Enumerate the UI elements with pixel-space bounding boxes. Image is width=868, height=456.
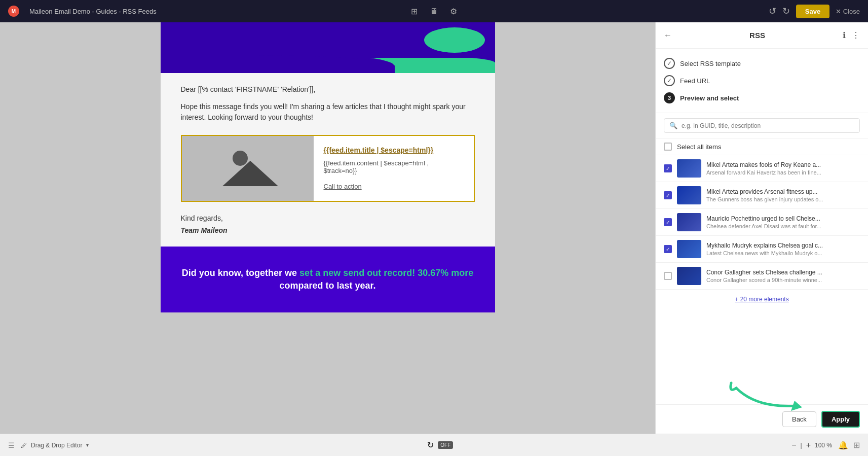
search-input[interactable]	[682, 122, 854, 129]
feed-item-1-checkbox[interactable]: ✓	[664, 164, 672, 172]
close-button[interactable]: ✕ Close	[836, 8, 860, 15]
article-description: {{feed.item.content | $escape=html , $tr…	[324, 159, 464, 174]
step-2-label: Feed URL	[680, 77, 710, 85]
feed-item-2-title: Mikel Arteta provides Arsenal fitness up…	[706, 188, 860, 195]
select-all-row: Select all items	[656, 138, 868, 155]
more-elements-link[interactable]: + 20 more elements	[656, 290, 868, 309]
email-intro: Hope this message finds you well! I'm sh…	[181, 101, 475, 123]
editor-label-area: 🖊 Drag & Drop Editor ▾	[21, 442, 89, 449]
loop-icon: ↻	[427, 440, 434, 450]
image-icon	[217, 146, 278, 191]
step-3-label: Preview and select	[680, 94, 739, 102]
feed-item-3-info: Mauricio Pochettino urged to sell Chelse…	[706, 215, 860, 229]
settings-icon[interactable]: ⚙	[450, 7, 457, 16]
feed-item-1: ✓ Mikel Arteta makes fools of Roy Keane …	[656, 155, 868, 182]
select-all-checkbox[interactable]	[664, 143, 672, 151]
feed-item-3-thumb	[677, 213, 701, 231]
zoom-divider: |	[801, 442, 802, 449]
email-canvas: Dear [[% contact 'FIRSTNAME' 'Relation']…	[0, 22, 655, 434]
feed-item-3: ✓ Mauricio Pochettino urged to sell Chel…	[656, 209, 868, 236]
email-greeting: Dear [[% contact 'FIRSTNAME' 'Relation']…	[181, 85, 475, 93]
email-header-banner	[161, 22, 495, 73]
feed-item-2: ✓ Mikel Arteta provides Arsenal fitness …	[656, 182, 868, 209]
topbar: M Maileon Email Demo - Guides - RSS Feed…	[0, 0, 868, 22]
editor-type-label: Drag & Drop Editor	[31, 442, 82, 449]
desktop-preview-icon[interactable]: 🖥	[430, 7, 438, 16]
email-footer-banner: Did you know, together we set a new send…	[161, 247, 495, 312]
step-3: 3 Preview and select	[664, 89, 860, 107]
feed-item-2-info: Mikel Arteta provides Arsenal fitness up…	[706, 188, 860, 202]
feed-item-5-title: Conor Gallagher sets Chelsea challenge .…	[706, 269, 860, 276]
step-2-check: ✓	[664, 75, 675, 86]
feed-item-1-desc: Arsenal forward Kai Havertz has been in …	[706, 169, 860, 176]
panel-header: ← RSS ℹ ⋮	[656, 22, 868, 49]
feed-item-5: Conor Gallagher sets Chelsea challenge .…	[656, 263, 868, 290]
search-area: 🔍	[656, 113, 868, 138]
zoom-area: − | + 100 %	[791, 441, 832, 450]
save-button[interactable]: Save	[796, 5, 829, 18]
editor-type-icon: 🖊	[21, 442, 27, 449]
feed-item-4-title: Mykhailo Mudryk explains Chelsea goal c.…	[706, 242, 860, 249]
panel-title: RSS	[678, 31, 837, 40]
editor-dropdown-icon[interactable]: ▾	[86, 442, 89, 448]
grid-layout-button[interactable]: ⊞	[853, 440, 860, 450]
app-logo: M	[8, 6, 19, 17]
steps-container: ✓ Select RSS template ✓ Feed URL 3 Previ…	[656, 49, 868, 113]
feed-item-1-title: Mikel Arteta makes fools of Roy Keane a.…	[706, 161, 860, 168]
feed-item-3-title: Mauricio Pochettino urged to sell Chelse…	[706, 215, 860, 222]
email-container: Dear [[% contact 'FIRSTNAME' 'Relation']…	[161, 22, 495, 312]
select-all-label: Select all items	[677, 143, 721, 151]
sidebar-toggle-button[interactable]: ☰	[8, 441, 15, 449]
step-1: ✓ Select RSS template	[664, 55, 860, 72]
panel-back-button[interactable]: ←	[664, 31, 672, 40]
feed-item-5-checkbox[interactable]	[664, 272, 672, 280]
panel-more-button[interactable]: ⋮	[852, 30, 860, 40]
feed-list: ✓ Mikel Arteta makes fools of Roy Keane …	[656, 155, 868, 404]
feed-item-3-checkbox[interactable]: ✓	[664, 218, 672, 226]
article-title[interactable]: {{feed.item.title | $escape=html}}	[324, 146, 464, 154]
zoom-out-button[interactable]: −	[791, 441, 796, 450]
search-box: 🔍	[664, 118, 860, 133]
redo-icon[interactable]: ↻	[782, 6, 790, 17]
grid-view-icon[interactable]: ⊞	[411, 7, 418, 16]
feed-item-1-thumb	[677, 159, 701, 178]
main-layout: Dear [[% contact 'FIRSTNAME' 'Relation']…	[0, 22, 868, 434]
mountain-shape	[222, 161, 278, 186]
step-2: ✓ Feed URL	[664, 72, 860, 89]
article-card: {{feed.item.title | $escape=html}} {{fee…	[181, 135, 475, 202]
panel-info-button[interactable]: ℹ	[843, 30, 846, 40]
feed-item-4: ✓ Mykhailo Mudryk explains Chelsea goal …	[656, 236, 868, 263]
zoom-level: 100 %	[815, 442, 832, 449]
feed-item-2-thumb	[677, 186, 701, 204]
step-1-label: Select RSS template	[680, 60, 741, 67]
apply-button[interactable]: Apply	[821, 411, 860, 428]
footer-text-part1: Did you know, together we	[182, 268, 299, 278]
notification-button[interactable]: 🔔	[838, 440, 848, 450]
topbar-right: ↺ ↻ Save ✕ Close	[769, 5, 860, 18]
feed-item-4-desc: Latest Chelsea news with Mykhailo Mudryk…	[706, 250, 860, 256]
zoom-controls: ↻ OFF	[95, 440, 785, 450]
panel-footer: Back Apply	[656, 404, 868, 434]
feed-item-4-info: Mykhailo Mudryk explains Chelsea goal c.…	[706, 242, 860, 256]
zoom-in-button[interactable]: +	[806, 441, 811, 450]
feed-item-4-checkbox[interactable]: ✓	[664, 245, 672, 253]
feed-item-2-checkbox[interactable]: ✓	[664, 191, 672, 199]
email-sign-name: Team Maileon	[181, 226, 475, 234]
article-cta-link[interactable]: Call to action	[324, 183, 362, 190]
off-badge: OFF	[438, 441, 453, 449]
email-sign-off: Kind regards,	[181, 214, 475, 222]
bottom-toolbar: ☰ 🖊 Drag & Drop Editor ▾ ↻ OFF − | + 100…	[0, 434, 868, 456]
article-image-placeholder	[182, 136, 314, 201]
step-3-check: 3	[664, 92, 675, 103]
search-icon: 🔍	[669, 122, 677, 129]
article-content: {{feed.item.title | $escape=html}} {{fee…	[314, 136, 474, 201]
feed-item-2-desc: The Gunners boss has given injury update…	[706, 196, 860, 202]
step-1-check: ✓	[664, 58, 675, 69]
footer-text-part2: compared to last year.	[279, 280, 375, 291]
feed-item-5-info: Conor Gallagher sets Chelsea challenge .…	[706, 269, 860, 283]
undo-icon[interactable]: ↺	[769, 6, 776, 17]
back-button[interactable]: Back	[782, 411, 816, 427]
panel-footer-area: Back Apply	[656, 404, 868, 434]
topbar-center-icons: ⊞ 🖥 ⚙	[411, 7, 457, 16]
email-body: Dear [[% contact 'FIRSTNAME' 'Relation']…	[161, 73, 495, 247]
